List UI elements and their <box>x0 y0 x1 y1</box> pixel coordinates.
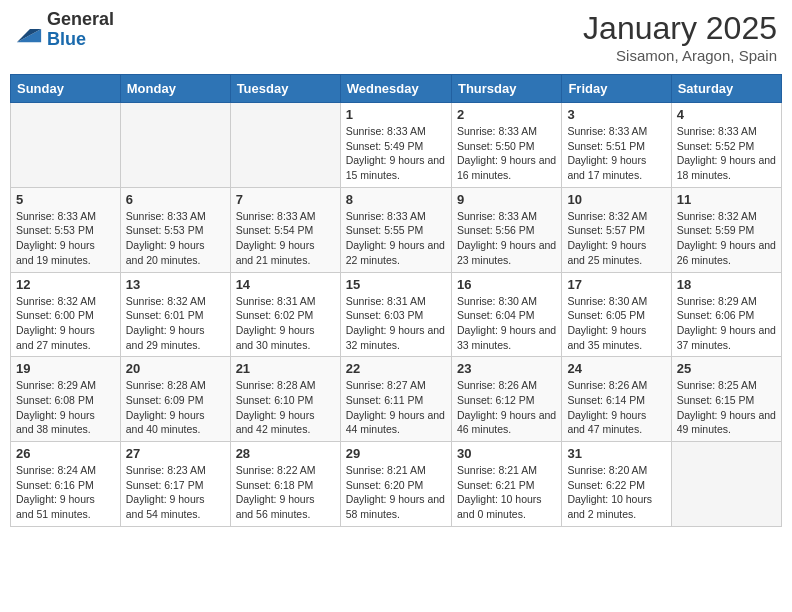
day-info: Sunrise: 8:30 AMSunset: 6:05 PMDaylight:… <box>567 294 665 353</box>
day-info: Sunrise: 8:26 AMSunset: 6:12 PMDaylight:… <box>457 378 556 437</box>
day-number: 10 <box>567 192 665 207</box>
calendar-cell: 24Sunrise: 8:26 AMSunset: 6:14 PMDayligh… <box>562 357 671 442</box>
weekday-header-tuesday: Tuesday <box>230 75 340 103</box>
page-header: General Blue January 2025 Sisamon, Arago… <box>10 10 782 64</box>
logo-general-text: General <box>47 10 114 30</box>
weekday-header-monday: Monday <box>120 75 230 103</box>
calendar-cell: 6Sunrise: 8:33 AMSunset: 5:53 PMDaylight… <box>120 187 230 272</box>
day-number: 21 <box>236 361 335 376</box>
day-number: 19 <box>16 361 115 376</box>
day-number: 30 <box>457 446 556 461</box>
day-number: 27 <box>126 446 225 461</box>
day-info: Sunrise: 8:33 AMSunset: 5:50 PMDaylight:… <box>457 124 556 183</box>
calendar-cell: 4Sunrise: 8:33 AMSunset: 5:52 PMDaylight… <box>671 103 781 188</box>
day-number: 2 <box>457 107 556 122</box>
title-block: January 2025 Sisamon, Aragon, Spain <box>583 10 777 64</box>
day-number: 7 <box>236 192 335 207</box>
day-number: 20 <box>126 361 225 376</box>
day-number: 26 <box>16 446 115 461</box>
calendar-cell: 21Sunrise: 8:28 AMSunset: 6:10 PMDayligh… <box>230 357 340 442</box>
day-number: 8 <box>346 192 446 207</box>
day-number: 29 <box>346 446 446 461</box>
day-info: Sunrise: 8:32 AMSunset: 6:00 PMDaylight:… <box>16 294 115 353</box>
day-number: 28 <box>236 446 335 461</box>
day-number: 11 <box>677 192 776 207</box>
calendar-cell: 10Sunrise: 8:32 AMSunset: 5:57 PMDayligh… <box>562 187 671 272</box>
day-info: Sunrise: 8:33 AMSunset: 5:49 PMDaylight:… <box>346 124 446 183</box>
calendar-cell <box>230 103 340 188</box>
week-row-4: 19Sunrise: 8:29 AMSunset: 6:08 PMDayligh… <box>11 357 782 442</box>
calendar-cell: 25Sunrise: 8:25 AMSunset: 6:15 PMDayligh… <box>671 357 781 442</box>
day-number: 24 <box>567 361 665 376</box>
calendar-cell: 20Sunrise: 8:28 AMSunset: 6:09 PMDayligh… <box>120 357 230 442</box>
calendar-cell: 19Sunrise: 8:29 AMSunset: 6:08 PMDayligh… <box>11 357 121 442</box>
day-info: Sunrise: 8:32 AMSunset: 5:57 PMDaylight:… <box>567 209 665 268</box>
calendar-cell: 31Sunrise: 8:20 AMSunset: 6:22 PMDayligh… <box>562 442 671 527</box>
day-number: 9 <box>457 192 556 207</box>
weekday-header-sunday: Sunday <box>11 75 121 103</box>
week-row-2: 5Sunrise: 8:33 AMSunset: 5:53 PMDaylight… <box>11 187 782 272</box>
day-number: 1 <box>346 107 446 122</box>
calendar-cell: 5Sunrise: 8:33 AMSunset: 5:53 PMDaylight… <box>11 187 121 272</box>
weekday-header-thursday: Thursday <box>451 75 561 103</box>
logo-blue-text: Blue <box>47 30 114 50</box>
day-number: 4 <box>677 107 776 122</box>
calendar-cell: 28Sunrise: 8:22 AMSunset: 6:18 PMDayligh… <box>230 442 340 527</box>
weekday-header-friday: Friday <box>562 75 671 103</box>
calendar-cell: 2Sunrise: 8:33 AMSunset: 5:50 PMDaylight… <box>451 103 561 188</box>
day-info: Sunrise: 8:27 AMSunset: 6:11 PMDaylight:… <box>346 378 446 437</box>
day-info: Sunrise: 8:33 AMSunset: 5:54 PMDaylight:… <box>236 209 335 268</box>
calendar-cell: 26Sunrise: 8:24 AMSunset: 6:16 PMDayligh… <box>11 442 121 527</box>
calendar-cell: 30Sunrise: 8:21 AMSunset: 6:21 PMDayligh… <box>451 442 561 527</box>
day-info: Sunrise: 8:33 AMSunset: 5:53 PMDaylight:… <box>126 209 225 268</box>
day-number: 14 <box>236 277 335 292</box>
day-info: Sunrise: 8:21 AMSunset: 6:20 PMDaylight:… <box>346 463 446 522</box>
day-info: Sunrise: 8:29 AMSunset: 6:08 PMDaylight:… <box>16 378 115 437</box>
calendar-cell: 7Sunrise: 8:33 AMSunset: 5:54 PMDaylight… <box>230 187 340 272</box>
day-info: Sunrise: 8:24 AMSunset: 6:16 PMDaylight:… <box>16 463 115 522</box>
day-info: Sunrise: 8:31 AMSunset: 6:03 PMDaylight:… <box>346 294 446 353</box>
day-number: 13 <box>126 277 225 292</box>
day-number: 12 <box>16 277 115 292</box>
day-info: Sunrise: 8:33 AMSunset: 5:53 PMDaylight:… <box>16 209 115 268</box>
calendar-cell: 23Sunrise: 8:26 AMSunset: 6:12 PMDayligh… <box>451 357 561 442</box>
day-number: 3 <box>567 107 665 122</box>
day-info: Sunrise: 8:25 AMSunset: 6:15 PMDaylight:… <box>677 378 776 437</box>
weekday-header-wednesday: Wednesday <box>340 75 451 103</box>
day-info: Sunrise: 8:26 AMSunset: 6:14 PMDaylight:… <box>567 378 665 437</box>
calendar-cell: 17Sunrise: 8:30 AMSunset: 6:05 PMDayligh… <box>562 272 671 357</box>
day-info: Sunrise: 8:29 AMSunset: 6:06 PMDaylight:… <box>677 294 776 353</box>
day-number: 22 <box>346 361 446 376</box>
location-title: Sisamon, Aragon, Spain <box>583 47 777 64</box>
calendar-cell: 18Sunrise: 8:29 AMSunset: 6:06 PMDayligh… <box>671 272 781 357</box>
day-number: 6 <box>126 192 225 207</box>
day-info: Sunrise: 8:30 AMSunset: 6:04 PMDaylight:… <box>457 294 556 353</box>
day-number: 31 <box>567 446 665 461</box>
day-number: 15 <box>346 277 446 292</box>
day-info: Sunrise: 8:33 AMSunset: 5:56 PMDaylight:… <box>457 209 556 268</box>
calendar-cell: 12Sunrise: 8:32 AMSunset: 6:00 PMDayligh… <box>11 272 121 357</box>
day-number: 18 <box>677 277 776 292</box>
calendar-cell: 27Sunrise: 8:23 AMSunset: 6:17 PMDayligh… <box>120 442 230 527</box>
day-info: Sunrise: 8:31 AMSunset: 6:02 PMDaylight:… <box>236 294 335 353</box>
calendar-cell: 3Sunrise: 8:33 AMSunset: 5:51 PMDaylight… <box>562 103 671 188</box>
day-number: 17 <box>567 277 665 292</box>
calendar-cell: 15Sunrise: 8:31 AMSunset: 6:03 PMDayligh… <box>340 272 451 357</box>
calendar-cell: 13Sunrise: 8:32 AMSunset: 6:01 PMDayligh… <box>120 272 230 357</box>
day-number: 5 <box>16 192 115 207</box>
logo: General Blue <box>15 10 114 50</box>
day-info: Sunrise: 8:33 AMSunset: 5:51 PMDaylight:… <box>567 124 665 183</box>
calendar-cell: 1Sunrise: 8:33 AMSunset: 5:49 PMDaylight… <box>340 103 451 188</box>
week-row-5: 26Sunrise: 8:24 AMSunset: 6:16 PMDayligh… <box>11 442 782 527</box>
day-info: Sunrise: 8:32 AMSunset: 5:59 PMDaylight:… <box>677 209 776 268</box>
day-info: Sunrise: 8:32 AMSunset: 6:01 PMDaylight:… <box>126 294 225 353</box>
calendar-cell: 29Sunrise: 8:21 AMSunset: 6:20 PMDayligh… <box>340 442 451 527</box>
calendar-cell <box>11 103 121 188</box>
weekday-header-saturday: Saturday <box>671 75 781 103</box>
month-title: January 2025 <box>583 10 777 47</box>
week-row-1: 1Sunrise: 8:33 AMSunset: 5:49 PMDaylight… <box>11 103 782 188</box>
day-number: 23 <box>457 361 556 376</box>
day-info: Sunrise: 8:33 AMSunset: 5:55 PMDaylight:… <box>346 209 446 268</box>
calendar-cell: 9Sunrise: 8:33 AMSunset: 5:56 PMDaylight… <box>451 187 561 272</box>
calendar-cell <box>671 442 781 527</box>
